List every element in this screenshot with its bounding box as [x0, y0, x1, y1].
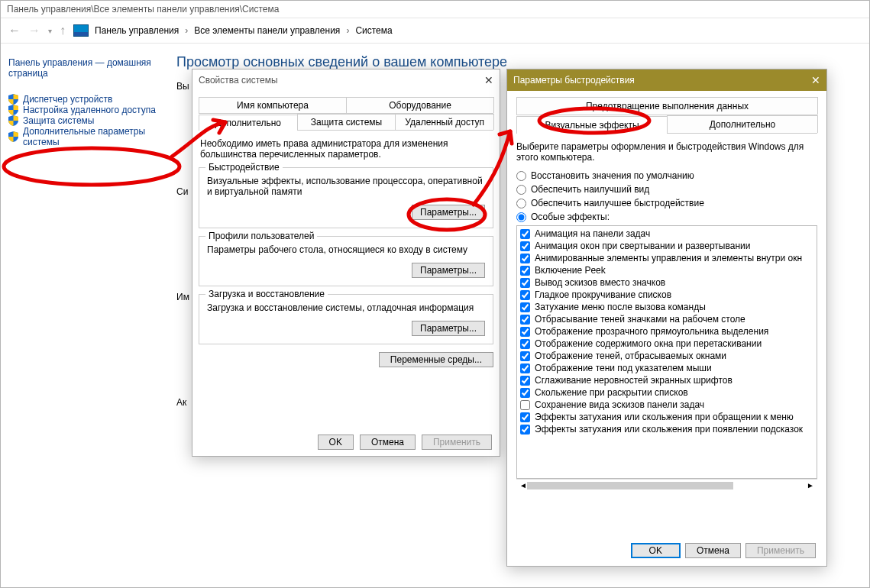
tab-system-protect[interactable]: Защита системы	[297, 114, 396, 130]
back-arrow-icon[interactable]: ←	[8, 24, 21, 37]
radio-1[interactable]: Обеспечить наилучший вид	[516, 184, 817, 195]
check-item-14[interactable]: Сохранение вида эскизов панели задач	[519, 399, 815, 411]
radio-0[interactable]: Восстановить значения по умолчанию	[516, 170, 817, 181]
checkbox[interactable]	[520, 339, 530, 349]
radio-input[interactable]	[516, 199, 526, 208]
checkbox[interactable]	[520, 302, 530, 312]
check-item-0[interactable]: Анимация на панели задач	[519, 228, 815, 240]
group-text: Параметры рабочего стола, относящиеся ко…	[207, 244, 485, 255]
tab-remote[interactable]: Удаленный доступ	[395, 114, 494, 130]
shield-icon	[8, 105, 18, 115]
check-item-6[interactable]: Затухание меню после вызова команды	[519, 301, 815, 313]
check-item-16[interactable]: Эффекты затухания или скольжения при поя…	[519, 423, 815, 435]
group-text: Загрузка и восстановление системы, отлад…	[207, 302, 485, 313]
up-arrow-icon[interactable]: ↑	[60, 24, 66, 37]
check-item-10[interactable]: Отображение теней, отбрасываемых окнами	[519, 350, 815, 362]
checkbox[interactable]	[520, 363, 530, 373]
checkbox-label: Анимация окон при свертывании и разверты…	[535, 241, 750, 251]
group-params-button[interactable]: Параметры...	[412, 321, 485, 336]
checkbox[interactable]	[520, 388, 530, 398]
dropdown-history-icon[interactable]: ▾	[48, 27, 52, 35]
admin-note: Необходимо иметь права администратора дл…	[200, 138, 492, 160]
tab-visual-effects[interactable]: Визуальные эффекты	[516, 116, 668, 134]
pc-icon	[73, 24, 89, 37]
check-item-11[interactable]: Отображение тени под указателем мыши	[519, 362, 815, 374]
window-title: Панель управления\Все элементы панели уп…	[1, 1, 869, 18]
check-item-2[interactable]: Анимированные элементы управления и элем…	[519, 252, 815, 264]
checkbox-label: Затухание меню после вызова команды	[535, 302, 706, 312]
breadcrumb-1[interactable]: Панель управления	[93, 22, 180, 39]
checkbox[interactable]	[520, 376, 530, 386]
check-item-4[interactable]: Вывод эскизов вместо значков	[519, 276, 815, 289]
apply-button: Применить	[745, 543, 816, 558]
check-item-3[interactable]: Включение Peek	[519, 264, 815, 276]
tab-hardware[interactable]: Оборудование	[346, 97, 494, 113]
cancel-button[interactable]: Отмена	[360, 435, 416, 450]
check-item-5[interactable]: Гладкое прокручивание списков	[519, 289, 815, 301]
tab-advanced[interactable]: Дополнительно	[667, 115, 818, 133]
checkbox[interactable]	[520, 400, 530, 410]
checkbox[interactable]	[520, 327, 530, 337]
sidebar-item-label: Настройка удаленного доступа	[23, 105, 156, 115]
radio-input[interactable]	[516, 171, 526, 181]
sidebar-item-0[interactable]: Диспетчер устройств	[8, 94, 169, 105]
ok-button[interactable]: OK	[318, 435, 354, 450]
ok-button[interactable]: OK	[631, 543, 681, 558]
checkbox-label: Включение Peek	[535, 265, 606, 276]
radio-3[interactable]: Особые эффекты:	[516, 212, 817, 222]
close-icon[interactable]: ✕	[484, 74, 493, 86]
checkbox[interactable]	[520, 412, 530, 422]
check-item-13[interactable]: Скольжение при раскрытии списков	[519, 386, 815, 399]
performance-options-dialog: Параметры быстродействия ✕ Предотвращени…	[506, 69, 827, 567]
group-params-button[interactable]: Параметры...	[412, 263, 485, 278]
radio-label: Восстановить значения по умолчанию	[531, 170, 694, 181]
control-panel-home-link[interactable]: Панель управления — домашняя страница	[8, 57, 169, 79]
group-params-button[interactable]: Параметры...	[412, 205, 485, 220]
check-item-1[interactable]: Анимация окон при свертывании и разверты…	[519, 240, 815, 252]
checkbox-label: Вывод эскизов вместо значков	[535, 277, 665, 288]
check-item-9[interactable]: Отображение содержимого окна при перетас…	[519, 338, 815, 350]
sidebar-item-3[interactable]: Дополнительные параметры системы	[8, 126, 169, 147]
checkbox[interactable]	[520, 351, 530, 361]
chevron-icon: ›	[185, 25, 188, 36]
checkbox[interactable]	[520, 425, 530, 435]
radio-input[interactable]	[516, 185, 526, 195]
sidebar-item-label: Дополнительные параметры системы	[23, 126, 169, 147]
tab-advanced[interactable]: Дополнительно	[199, 115, 298, 131]
breadcrumb-2[interactable]: Все элементы панели управления	[192, 22, 341, 39]
checkbox-label: Скольжение при раскрытии списков	[535, 387, 688, 398]
checkbox[interactable]	[520, 278, 530, 288]
page-heading: Просмотр основных сведений о вашем компь…	[176, 54, 869, 70]
tab-computer-name[interactable]: Имя компьютера	[199, 97, 347, 113]
sidebar-item-2[interactable]: Защита системы	[8, 115, 169, 126]
checkbox[interactable]	[520, 241, 530, 251]
group-title: Быстродействие	[205, 162, 283, 173]
dialog-title: Свойства системы	[199, 75, 278, 86]
check-item-15[interactable]: Эффекты затухания или скольжения при обр…	[519, 411, 815, 423]
cancel-button[interactable]: Отмена	[685, 543, 741, 558]
breadcrumb-3[interactable]: Система	[354, 22, 393, 39]
checkbox-label: Отбрасывание теней значками на рабочем с…	[535, 314, 745, 325]
check-item-12[interactable]: Сглаживание неровностей экранных шрифтов	[519, 374, 815, 386]
check-item-7[interactable]: Отбрасывание теней значками на рабочем с…	[519, 313, 815, 325]
radio-2[interactable]: Обеспечить наилучшее быстродействие	[516, 198, 817, 208]
horizontal-scrollbar[interactable]: ◄ ►	[516, 479, 817, 491]
checkbox[interactable]	[520, 315, 530, 325]
check-item-8[interactable]: Отображение прозрачного прямоугольника в…	[519, 325, 815, 338]
tab-row-top: Имя компьютера Оборудование	[199, 97, 493, 114]
system-properties-dialog: Свойства системы ✕ Имя компьютера Оборуд…	[192, 69, 500, 457]
radio-input[interactable]	[516, 212, 526, 222]
checkbox-label: Отображение теней, отбрасываемых окнами	[535, 351, 726, 361]
effects-checklist[interactable]: Анимация на панели задач Анимация окон п…	[516, 225, 817, 479]
checkbox[interactable]	[520, 290, 530, 300]
checkbox[interactable]	[520, 229, 530, 239]
close-icon[interactable]: ✕	[811, 74, 820, 86]
tab-dep[interactable]: Предотвращение выполнения данных	[516, 97, 818, 115]
checkbox[interactable]	[520, 266, 530, 276]
sidebar-item-1[interactable]: Настройка удаленного доступа	[8, 105, 169, 115]
apply-button: Применить	[422, 435, 492, 450]
env-vars-button[interactable]: Переменные среды...	[379, 352, 493, 367]
radio-label: Особые эффекты:	[531, 212, 610, 222]
checkbox[interactable]	[520, 254, 530, 263]
sidebar: Панель управления — домашняя страница Ди…	[1, 44, 176, 587]
